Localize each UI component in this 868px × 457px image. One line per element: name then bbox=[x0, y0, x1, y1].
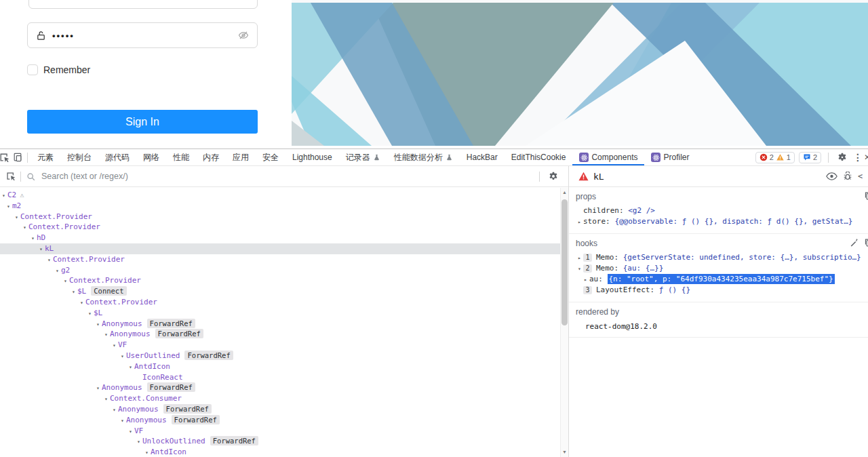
expand-arrow-icon[interactable]: ▾ bbox=[62, 276, 69, 287]
devtools-tab[interactable]: 安全 bbox=[256, 149, 285, 165]
tree-row[interactable]: ▾kL bbox=[0, 243, 568, 254]
tree-row[interactable]: ▾Context.Provider bbox=[0, 275, 568, 286]
tree-row[interactable]: ▾C2⚠ bbox=[0, 190, 568, 201]
prop-row[interactable]: ▸store: {@@observable: ƒ () {}, dispatch… bbox=[576, 216, 868, 227]
components-settings-gear-icon[interactable] bbox=[547, 168, 560, 184]
log-bug-icon[interactable] bbox=[843, 172, 852, 181]
inspect-component-icon[interactable] bbox=[4, 168, 18, 184]
devtools-tab[interactable]: EditThisCookie bbox=[505, 149, 573, 165]
expand-arrow-icon[interactable]: ▾ bbox=[45, 255, 53, 266]
tree-row[interactable]: ▾AnonymousForwardRef bbox=[0, 415, 568, 426]
tree-row[interactable]: ▾AnonymousForwardRef bbox=[0, 319, 568, 330]
search-input[interactable] bbox=[41, 172, 536, 181]
devtools-tab[interactable]: Lighthouse bbox=[285, 149, 339, 165]
devtools-tab[interactable]: Profiler bbox=[644, 149, 696, 165]
tree-row[interactable]: ▾Context.Provider bbox=[0, 297, 568, 308]
devtools-tab[interactable]: 网络 bbox=[136, 149, 166, 165]
hook-row[interactable]: ▸1Memo: {getServerState: undefined, stor… bbox=[576, 252, 868, 263]
tree-row[interactable]: ▾AntdIcon bbox=[0, 447, 568, 456]
expand-arrow-icon[interactable]: ▾ bbox=[94, 383, 102, 394]
devtools-tab[interactable]: 源代码 bbox=[98, 149, 136, 165]
devtools-tab[interactable]: 性能数据分析 bbox=[387, 149, 460, 165]
copy-icon[interactable] bbox=[864, 191, 868, 201]
sign-in-button[interactable]: Sign In bbox=[27, 110, 258, 134]
hook-row[interactable]: ▸au: {n: "root", p: "64df930a434235eaa34… bbox=[576, 274, 868, 285]
tree-row[interactable]: ▾VF bbox=[0, 426, 568, 437]
expand-arrow-icon[interactable]: ▾ bbox=[94, 319, 102, 330]
devtools-tab[interactable]: 控制台 bbox=[60, 149, 98, 165]
expand-arrow-icon[interactable]: ▾ bbox=[135, 437, 142, 448]
devtools-tab[interactable]: HackBar bbox=[460, 149, 505, 165]
expand-arrow-icon[interactable]: ▾ bbox=[111, 340, 118, 351]
tree-row[interactable]: ▾UserOutlinedForwardRef bbox=[0, 351, 568, 361]
inspect-dom-eye-icon[interactable] bbox=[826, 172, 837, 181]
password-input[interactable]: ••••• bbox=[27, 22, 258, 48]
devtools-tab[interactable]: 记录器 bbox=[339, 149, 387, 165]
tree-row[interactable]: ▾VF bbox=[0, 340, 568, 351]
expand-arrow-icon[interactable]: ▸ bbox=[576, 253, 583, 263]
tree-row[interactable]: ▾$LConnect bbox=[0, 286, 568, 297]
expand-arrow-icon[interactable]: ▾ bbox=[127, 362, 134, 373]
scrollbar-thumb[interactable] bbox=[561, 199, 568, 325]
tree-row[interactable]: ▾Context.Provider bbox=[0, 212, 568, 222]
device-toolbar-icon[interactable] bbox=[11, 149, 24, 165]
expand-arrow-icon[interactable]: ▾ bbox=[143, 448, 151, 456]
view-source-icon[interactable]: <> bbox=[858, 172, 863, 181]
tree-row[interactable]: ▾g2 bbox=[0, 265, 568, 276]
kebab-menu-icon[interactable]: ⋮ bbox=[853, 152, 860, 163]
devtools-tab[interactable]: 应用 bbox=[226, 149, 256, 165]
expand-arrow-icon[interactable]: ▾ bbox=[37, 244, 45, 255]
tree-scrollbar[interactable]: ▲ ▼ bbox=[560, 188, 568, 457]
scroll-down-icon[interactable]: ▼ bbox=[561, 449, 568, 456]
renderer-version[interactable]: react-dom@18.2.0 bbox=[576, 322, 868, 331]
expand-arrow-icon[interactable]: ▾ bbox=[13, 212, 20, 223]
inspect-element-icon[interactable] bbox=[0, 149, 11, 165]
expand-arrow-icon[interactable]: ▾ bbox=[102, 330, 110, 340]
tree-row[interactable]: ▾AnonymousForwardRef bbox=[0, 404, 568, 415]
expand-arrow-icon[interactable]: ▾ bbox=[102, 394, 110, 405]
close-icon[interactable]: ✕ bbox=[864, 153, 868, 162]
expand-arrow-icon[interactable]: ▾ bbox=[86, 309, 94, 319]
scroll-up-icon[interactable]: ▲ bbox=[561, 189, 568, 196]
issues-badge[interactable]: 2 1 bbox=[755, 152, 795, 163]
eye-invisible-icon[interactable] bbox=[238, 30, 249, 41]
expand-arrow-icon[interactable]: ▾ bbox=[21, 222, 28, 233]
expand-arrow-icon[interactable]: ▾ bbox=[5, 201, 12, 212]
expand-arrow-icon[interactable]: ▾ bbox=[119, 416, 126, 426]
messages-badge[interactable]: 2 bbox=[799, 152, 821, 163]
settings-gear-icon[interactable] bbox=[835, 149, 849, 165]
expand-arrow-icon[interactable]: ▾ bbox=[111, 405, 118, 416]
tree-row[interactable]: ▾UnlockOutlinedForwardRef bbox=[0, 436, 568, 447]
hook-row[interactable]: ▾2Memo: {au: {…}} bbox=[576, 263, 868, 274]
devtools-tab[interactable]: 内存 bbox=[196, 149, 226, 165]
tree-row[interactable]: ▾Context.Provider bbox=[0, 254, 568, 265]
devtools-tab[interactable]: Components bbox=[572, 149, 644, 165]
devtools-tab[interactable]: 元素 bbox=[31, 149, 60, 165]
tree-row[interactable]: ▾Context.Provider bbox=[0, 222, 568, 233]
hook-row[interactable]: 3LayoutEffect: ƒ () {} bbox=[576, 285, 868, 296]
expand-arrow-icon[interactable]: ▾ bbox=[78, 298, 85, 309]
expand-arrow-icon[interactable]: ▾ bbox=[54, 266, 61, 277]
username-input[interactable] bbox=[28, 0, 258, 9]
copy-icon[interactable] bbox=[864, 238, 868, 247]
tree-row[interactable]: ▾Context.Consumer bbox=[0, 393, 568, 404]
tree-row[interactable]: ▾AntdIcon bbox=[0, 361, 568, 372]
expand-arrow-icon[interactable]: ▾ bbox=[119, 351, 126, 362]
magic-wand-icon[interactable] bbox=[850, 238, 859, 247]
expand-arrow-icon[interactable]: ▾ bbox=[70, 287, 77, 298]
expand-arrow-icon[interactable]: ▾ bbox=[29, 233, 37, 244]
tree-row[interactable]: ▾AnonymousForwardRef bbox=[0, 329, 568, 340]
remember-checkbox[interactable] bbox=[27, 64, 38, 75]
prop-row[interactable]: children: <g2 /> bbox=[576, 205, 868, 216]
expand-arrow-icon[interactable]: ▾ bbox=[576, 264, 583, 274]
tree-row[interactable]: ▾AnonymousForwardRef bbox=[0, 382, 568, 393]
expand-arrow-icon[interactable]: ▾ bbox=[0, 191, 7, 201]
expand-arrow-icon[interactable]: ▸ bbox=[576, 217, 583, 227]
devtools-tab[interactable]: 性能 bbox=[166, 149, 196, 165]
tree-row[interactable]: ▾hD bbox=[0, 233, 568, 243]
tree-row[interactable]: ▾$L bbox=[0, 308, 568, 319]
tree-row[interactable]: ▾m2 bbox=[0, 201, 568, 212]
expand-arrow-icon[interactable]: ▾ bbox=[127, 426, 134, 437]
expand-arrow-icon[interactable]: ▸ bbox=[582, 275, 589, 285]
tree-row[interactable]: IconReact bbox=[0, 372, 568, 383]
